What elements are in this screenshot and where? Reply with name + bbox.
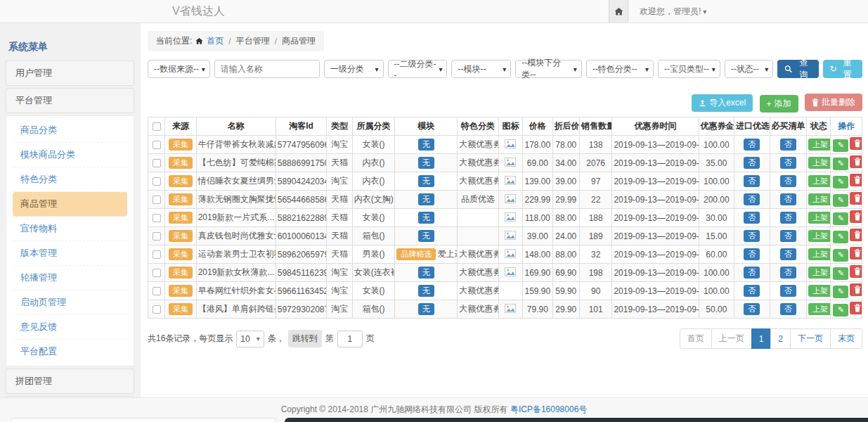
must-buy-toggle[interactable]: 否 (780, 303, 796, 315)
page-button-上一页[interactable]: 上一页 (711, 328, 752, 349)
page-button-2[interactable]: 2 (770, 328, 791, 349)
sidebar-subitem[interactable]: 启动页管理 (13, 290, 127, 315)
icp-link[interactable]: 粤ICP备16098006号 (510, 404, 587, 414)
import-toggle[interactable]: 否 (744, 230, 760, 242)
delete-button[interactable] (850, 302, 862, 314)
module-badge[interactable]: 品牌精选 (396, 248, 436, 260)
delete-button[interactable] (850, 265, 862, 278)
name-search-input[interactable] (214, 60, 320, 78)
module-badge[interactable]: 无 (418, 193, 434, 205)
select-all-checkbox[interactable] (153, 122, 161, 131)
row-checkbox[interactable] (153, 214, 161, 222)
search-button[interactable]: 查询 (777, 60, 818, 78)
row-checkbox[interactable] (153, 250, 161, 259)
page-button-末页[interactable]: 末页 (830, 328, 862, 349)
import-toggle[interactable]: 否 (744, 248, 760, 260)
must-buy-toggle[interactable]: 否 (780, 248, 796, 260)
page-size-select[interactable]: 10 ▾ (236, 331, 264, 347)
delete-button[interactable] (850, 229, 862, 241)
filter-select[interactable]: --状态--▾ (725, 60, 774, 78)
row-checkbox[interactable] (153, 305, 161, 314)
module-badge[interactable]: 无 (418, 139, 434, 151)
batch-delete-button[interactable]: 批量删除 (805, 94, 862, 111)
status-toggle[interactable]: 上架 (808, 230, 831, 242)
sidebar-subitem[interactable]: 宣传物料 (13, 217, 127, 241)
status-toggle[interactable]: 上架 (808, 285, 831, 297)
delete-button[interactable] (850, 137, 862, 150)
row-checkbox[interactable] (153, 159, 161, 167)
page-button-1[interactable]: 1 (751, 328, 772, 349)
import-toggle[interactable]: 否 (744, 157, 760, 169)
sidebar-subitem[interactable]: 商品分类 (13, 118, 127, 143)
filter-select[interactable]: --二级分类--▾ (388, 60, 448, 78)
must-buy-toggle[interactable]: 否 (780, 267, 796, 279)
module-badge[interactable]: 无 (418, 157, 434, 169)
must-buy-toggle[interactable]: 否 (780, 193, 796, 205)
edit-button[interactable]: ✎ (833, 267, 848, 280)
must-buy-toggle[interactable]: 否 (780, 285, 796, 297)
import-toggle[interactable]: 否 (744, 303, 760, 315)
status-toggle[interactable]: 上架 (808, 267, 831, 279)
edit-button[interactable]: ✎ (833, 304, 848, 316)
user-menu[interactable]: 欢迎您，管理员!▾ (628, 0, 706, 23)
import-toggle[interactable]: 否 (744, 267, 760, 279)
import-toggle[interactable]: 否 (744, 139, 760, 151)
delete-button[interactable] (850, 283, 862, 296)
filter-select[interactable]: --模块下分类--▾ (515, 60, 581, 78)
import-toggle[interactable]: 否 (744, 285, 760, 297)
edit-button[interactable]: ✎ (833, 176, 848, 188)
edit-button[interactable]: ✎ (833, 231, 848, 243)
delete-button[interactable] (850, 174, 862, 186)
add-button[interactable]: + 添加 (760, 95, 798, 113)
module-badge[interactable]: 无 (418, 230, 434, 242)
row-checkbox[interactable] (153, 232, 161, 241)
import-toggle[interactable]: 否 (744, 193, 760, 205)
edit-button[interactable]: ✎ (833, 139, 848, 152)
status-toggle[interactable]: 上架 (808, 303, 831, 315)
filter-select[interactable]: --宝贝类型--▾ (658, 60, 720, 78)
reset-button[interactable]: ↻ 重置 (823, 60, 862, 78)
status-toggle[interactable]: 上架 (808, 157, 831, 169)
sidebar-subitem[interactable]: 特色分类 (13, 167, 127, 192)
delete-button[interactable] (850, 247, 862, 260)
sidebar-section[interactable]: 平台管理 (6, 88, 134, 113)
must-buy-toggle[interactable]: 否 (780, 212, 796, 224)
sidebar-subitem[interactable]: 模块商品分类 (13, 143, 127, 167)
sidebar-subitem[interactable]: 版本管理 (13, 241, 127, 266)
sidebar-subitem[interactable]: 意见反馈 (13, 315, 127, 340)
breadcrumb-item[interactable]: 平台管理 (236, 35, 270, 47)
filter-select[interactable]: --模块--▾ (451, 60, 511, 78)
delete-button[interactable] (850, 192, 862, 205)
edit-button[interactable]: ✎ (833, 286, 848, 298)
breadcrumb-home-link[interactable]: 首页 (207, 35, 224, 47)
sidebar-subitem[interactable]: 轮播管理 (13, 266, 127, 290)
row-checkbox[interactable] (153, 196, 161, 204)
sidebar-section[interactable]: 用户管理 (6, 60, 134, 86)
delete-button[interactable] (850, 210, 862, 223)
import-excel-button[interactable]: 导入excel (692, 94, 753, 112)
sidebar-section[interactable]: 拼团管理 (6, 369, 134, 394)
filter-select[interactable]: 一级分类▾ (324, 60, 384, 78)
must-buy-toggle[interactable]: 否 (780, 230, 796, 242)
jump-page-input[interactable] (337, 331, 363, 347)
status-toggle[interactable]: 上架 (808, 212, 831, 224)
import-toggle[interactable]: 否 (744, 212, 760, 224)
row-checkbox[interactable] (153, 287, 161, 295)
module-badge[interactable]: 无 (418, 285, 434, 297)
sidebar-subitem[interactable]: 平台配置 (13, 340, 127, 364)
edit-button[interactable]: ✎ (833, 194, 848, 207)
must-buy-toggle[interactable]: 否 (780, 175, 796, 187)
page-button-下一页[interactable]: 下一页 (790, 328, 831, 349)
import-toggle[interactable]: 否 (744, 175, 760, 187)
status-toggle[interactable]: 上架 (808, 139, 831, 151)
filter-select[interactable]: --特色分类--▾ (586, 60, 654, 78)
module-badge[interactable]: 无 (418, 212, 434, 224)
edit-button[interactable]: ✎ (833, 212, 848, 225)
home-button[interactable] (609, 0, 628, 23)
status-toggle[interactable]: 上架 (808, 248, 831, 260)
edit-button[interactable]: ✎ (833, 249, 848, 262)
row-checkbox[interactable] (153, 141, 161, 149)
module-badge[interactable]: 无 (418, 303, 434, 315)
page-button-首页[interactable]: 首页 (680, 328, 712, 349)
filter-select[interactable]: --数据来源--▾ (148, 60, 210, 78)
